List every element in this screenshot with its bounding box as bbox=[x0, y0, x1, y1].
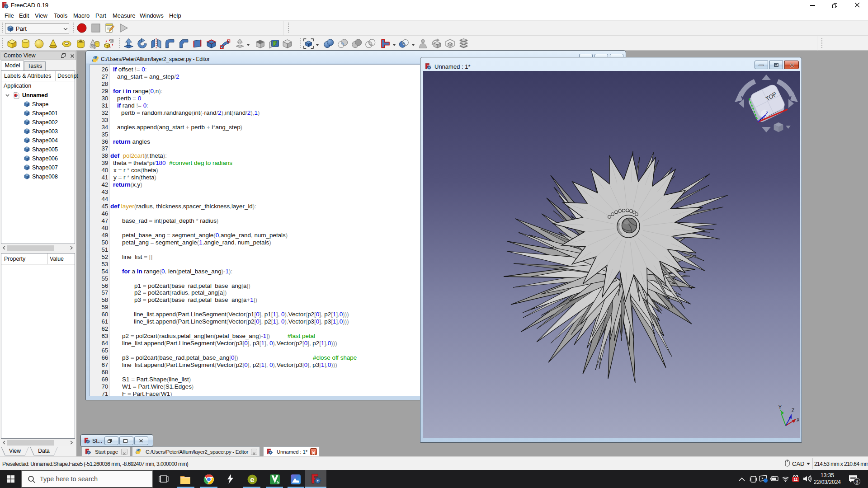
svg-text:11: 11 bbox=[794, 477, 798, 482]
svg-text:5: 5 bbox=[277, 480, 279, 484]
svg-text:e: e bbox=[250, 475, 254, 484]
svg-text:Y: Y bbox=[778, 405, 782, 410]
svg-text:X: X bbox=[797, 418, 799, 422]
svg-text:z: z bbox=[766, 110, 768, 115]
svg-text:Z: Z bbox=[792, 408, 794, 413]
